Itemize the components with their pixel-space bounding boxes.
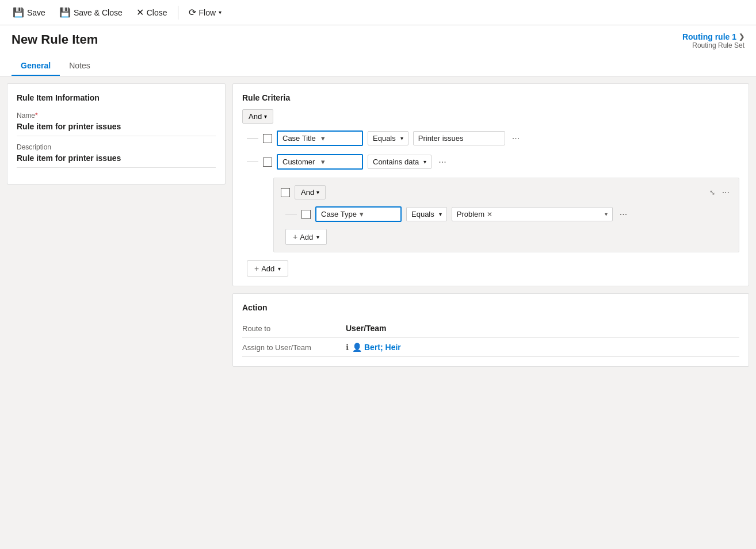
nested-add-button[interactable]: + Add ▾ xyxy=(285,229,327,245)
outer-plus-icon: + xyxy=(254,264,259,273)
page-title: New Rule Item xyxy=(12,32,98,47)
close-button[interactable]: ✕ Close xyxy=(131,4,173,21)
case-type-equals-chevron-icon: ▾ xyxy=(439,211,442,217)
case-type-tag-value[interactable]: Problem ✕ ▾ xyxy=(452,207,613,221)
routing-rule-sub: Routing Rule Set xyxy=(682,41,744,49)
connector-line-3 xyxy=(285,214,297,214)
routing-rule-link-text: Routing rule 1 xyxy=(682,32,736,41)
routing-rule-chevron-icon: ❯ xyxy=(739,33,744,41)
action-panel: Action Route to User/Team Assign to User… xyxy=(232,293,749,367)
case-type-chevron-icon: ▾ xyxy=(360,210,396,218)
nested-and-chevron-icon: ▾ xyxy=(316,189,319,195)
nested-group-checkbox[interactable] xyxy=(281,188,290,197)
nested-add-container: + Add ▾ xyxy=(285,229,732,245)
outer-add-container: + Add ▾ xyxy=(247,260,739,277)
tag-item-problem: Problem ✕ xyxy=(457,210,492,218)
tab-bar: General Notes xyxy=(12,56,744,76)
nested-plus-icon: + xyxy=(293,232,297,241)
info-icon[interactable]: ℹ xyxy=(346,343,349,352)
main-content: Rule Item Information Name* Rule item fo… xyxy=(0,76,756,549)
contains-chevron-icon: ▾ xyxy=(423,159,426,165)
case-type-operator-dropdown[interactable]: Equals ▾ xyxy=(406,207,447,221)
and-chevron-icon: ▾ xyxy=(264,113,267,120)
close-icon: ✕ xyxy=(136,7,144,18)
tab-notes[interactable]: Notes xyxy=(60,56,100,76)
toolbar-divider xyxy=(178,6,178,20)
customer-chevron-icon: ▾ xyxy=(321,158,357,166)
page-header: New Rule Item Routing rule 1 ❯ Routing R… xyxy=(0,25,756,76)
criteria-row-customer: Customer ▾ Contains data ▾ ··· xyxy=(247,154,739,170)
save-label: Save xyxy=(27,8,45,17)
save-button[interactable]: 💾 Save xyxy=(7,4,51,21)
criteria-row-case-type: Case Type ▾ Equals ▾ Problem ✕ xyxy=(285,206,732,222)
description-field-label: Description xyxy=(17,143,216,151)
tag-close-problem[interactable]: ✕ xyxy=(487,210,492,218)
save-close-label: Save & Close xyxy=(74,8,123,17)
case-type-more-button[interactable]: ··· xyxy=(617,208,629,221)
criteria-row-case-title: Case Title ▾ Equals ▾ Printer issues ··· xyxy=(247,130,739,146)
rule-item-info-title: Rule Item Information xyxy=(17,93,216,102)
save-icon: 💾 xyxy=(13,7,24,18)
nested-add-chevron-icon: ▾ xyxy=(316,234,319,240)
equals-chevron-icon: ▾ xyxy=(400,135,403,141)
flow-button[interactable]: ⟳ Flow ▾ xyxy=(183,4,228,21)
name-field-value: Rule item for printer issues xyxy=(17,122,216,136)
save-close-button[interactable]: 💾 Save & Close xyxy=(54,4,128,21)
nested-group-more-button[interactable]: ··· xyxy=(720,186,732,199)
collapse-icon[interactable]: ⤡ xyxy=(709,189,715,197)
case-title-value-field[interactable]: Printer issues xyxy=(413,131,505,145)
case-title-dropdown[interactable]: Case Title ▾ xyxy=(277,130,363,146)
tag-dropdown-chevron-icon[interactable]: ▾ xyxy=(605,211,608,217)
nested-group-inner: And ▾ ⤡ ··· Case Type ▾ xyxy=(273,178,739,252)
case-title-chevron-icon: ▾ xyxy=(321,134,357,143)
nested-add-label: Add xyxy=(300,233,313,241)
flow-chevron-icon: ▾ xyxy=(219,9,222,16)
nested-group-header: And ▾ ⤡ ··· xyxy=(281,185,732,199)
action-title: Action xyxy=(242,303,739,312)
and-button[interactable]: And ▾ xyxy=(242,109,273,124)
criteria-checkbox-case-type[interactable] xyxy=(301,210,311,219)
flow-label: Flow xyxy=(199,8,216,17)
user-icon: 👤 xyxy=(352,343,362,352)
connector-line-1 xyxy=(247,138,258,139)
save-close-icon: 💾 xyxy=(59,7,71,18)
customer-operator-dropdown[interactable]: Contains data ▾ xyxy=(368,155,432,169)
route-to-value: User/Team xyxy=(346,324,387,333)
flow-icon: ⟳ xyxy=(189,7,196,18)
nested-and-button[interactable]: And ▾ xyxy=(295,185,326,199)
assign-row: Assign to User/Team ℹ 👤 Bert; Heir xyxy=(242,338,739,357)
left-panel: Rule Item Information Name* Rule item fo… xyxy=(7,83,226,185)
outer-add-label: Add xyxy=(261,264,274,273)
description-field-value: Rule item for printer issues xyxy=(17,153,216,168)
customer-dropdown[interactable]: Customer ▾ xyxy=(277,154,363,170)
criteria-checkbox-case-title[interactable] xyxy=(263,134,272,143)
tab-general[interactable]: General xyxy=(12,56,60,76)
routing-rule-link[interactable]: Routing rule 1 ❯ xyxy=(682,32,744,41)
rule-criteria-panel: Rule Criteria And ▾ Case Title ▾ Equals … xyxy=(232,83,749,286)
route-to-row: Route to User/Team xyxy=(242,319,739,338)
routing-rule-container: Routing rule 1 ❯ Routing Rule Set xyxy=(682,32,744,49)
criteria-checkbox-customer[interactable] xyxy=(263,158,272,167)
route-to-label: Route to xyxy=(242,324,346,333)
customer-more-button[interactable]: ··· xyxy=(436,156,448,168)
case-title-operator-dropdown[interactable]: Equals ▾ xyxy=(368,131,408,145)
outer-add-button[interactable]: + Add ▾ xyxy=(247,260,288,277)
nested-group: And ▾ ⤡ ··· Case Type ▾ xyxy=(259,178,739,252)
assign-label: Assign to User/Team xyxy=(242,343,346,352)
right-panel: Rule Criteria And ▾ Case Title ▾ Equals … xyxy=(232,83,749,547)
close-label: Close xyxy=(147,8,167,17)
toolbar: 💾 Save 💾 Save & Close ✕ Close ⟳ Flow ▾ xyxy=(0,0,756,25)
outer-add-chevron-icon: ▾ xyxy=(278,266,281,272)
case-type-dropdown[interactable]: Case Type ▾ xyxy=(315,206,402,222)
connector-line-2 xyxy=(247,162,258,162)
assign-value-link[interactable]: Bert; Heir xyxy=(364,343,401,352)
name-field-label: Name* xyxy=(17,112,216,120)
case-title-more-button[interactable]: ··· xyxy=(510,132,522,145)
rule-criteria-title: Rule Criteria xyxy=(242,93,739,102)
